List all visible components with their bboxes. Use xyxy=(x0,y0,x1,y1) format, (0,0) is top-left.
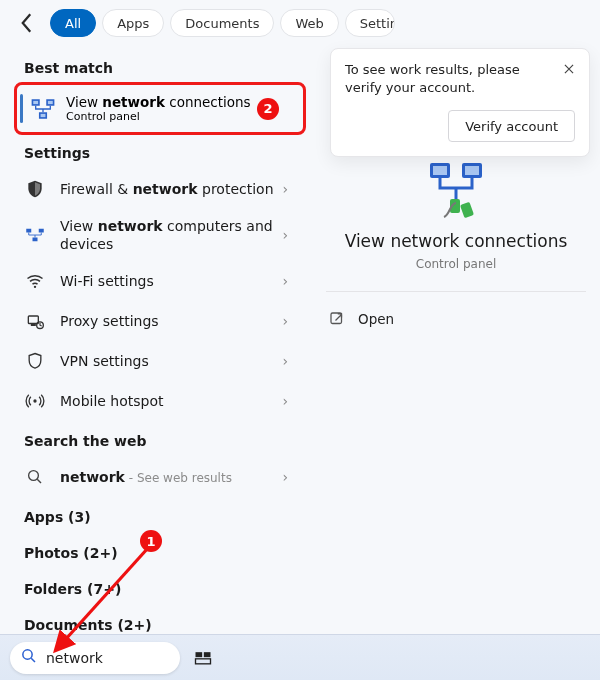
web-search-title: network - See web results xyxy=(60,468,276,487)
network-connections-icon xyxy=(30,96,56,122)
chevron-right-icon: › xyxy=(276,227,288,243)
results-columns: Best match View network connections Cont… xyxy=(0,42,600,656)
chevron-right-icon: › xyxy=(276,273,288,289)
shield-icon xyxy=(24,178,46,200)
group-folders[interactable]: Folders (7+) xyxy=(0,569,312,605)
wifi-icon xyxy=(24,270,46,292)
chevron-right-icon: › xyxy=(276,469,288,485)
hotspot-icon xyxy=(24,390,46,412)
settings-item-proxy[interactable]: Proxy settings › xyxy=(0,301,312,341)
notice-text: To see work results, please verify your … xyxy=(345,61,575,96)
close-icon xyxy=(562,62,576,76)
heading-settings: Settings xyxy=(0,133,312,169)
best-match-title: View network connections xyxy=(66,94,251,110)
settings-item-title: View network computers and devices xyxy=(60,217,276,253)
network-pc-icon xyxy=(24,224,46,246)
group-apps[interactable]: Apps (3) xyxy=(0,497,312,533)
work-notice-card: To see work results, please verify your … xyxy=(330,48,590,157)
svg-point-9 xyxy=(34,286,36,288)
svg-rect-3 xyxy=(48,100,53,103)
preview-content: View network connections Control panel O… xyxy=(322,145,590,338)
taskbar-search[interactable] xyxy=(10,642,180,674)
settings-item-title: VPN settings xyxy=(60,352,276,370)
heading-search-web: Search the web xyxy=(0,421,312,457)
results-left-pane: Best match View network connections Cont… xyxy=(0,42,312,656)
svg-rect-5 xyxy=(41,113,46,116)
svg-rect-10 xyxy=(28,316,38,324)
svg-rect-20 xyxy=(460,202,474,219)
selection-accent xyxy=(20,94,23,123)
settings-item-hotspot[interactable]: Mobile hotspot › xyxy=(0,381,312,421)
svg-rect-24 xyxy=(204,652,211,657)
search-icon xyxy=(24,466,46,488)
vpn-shield-icon xyxy=(24,350,46,372)
taskbar-search-input[interactable] xyxy=(46,650,166,666)
taskbar xyxy=(0,634,600,680)
open-action[interactable]: Open xyxy=(322,300,590,338)
group-photos[interactable]: Photos (2+) xyxy=(0,533,312,569)
settings-item-view-computers[interactable]: View network computers and devices › xyxy=(0,209,312,261)
chevron-right-icon: › xyxy=(276,313,288,329)
task-view-icon[interactable] xyxy=(190,645,216,671)
settings-item-title: Proxy settings xyxy=(60,312,276,330)
arrow-left-icon xyxy=(14,8,44,38)
settings-item-wifi[interactable]: Wi-Fi settings › xyxy=(0,261,312,301)
filter-tab-settings[interactable]: Settings xyxy=(345,9,395,37)
open-external-icon xyxy=(328,310,346,328)
svg-rect-18 xyxy=(465,166,479,175)
preview-title: View network connections xyxy=(322,231,590,251)
svg-rect-1 xyxy=(33,100,38,103)
verify-account-button[interactable]: Verify account xyxy=(448,110,575,142)
preview-pane: To see work results, please verify your … xyxy=(312,42,600,656)
preview-subtitle: Control panel xyxy=(322,257,590,271)
svg-rect-16 xyxy=(433,166,447,175)
annotation-badge-2: 2 xyxy=(257,98,279,120)
svg-rect-11 xyxy=(31,324,36,327)
filter-tab-all[interactable]: All xyxy=(50,9,96,37)
svg-rect-21 xyxy=(331,313,342,324)
svg-rect-25 xyxy=(196,658,211,663)
settings-item-title: Mobile hotspot xyxy=(60,392,276,410)
close-button[interactable] xyxy=(559,59,579,79)
web-search-item[interactable]: network - See web results › xyxy=(0,457,312,497)
settings-item-firewall[interactable]: Firewall & network protection › xyxy=(0,169,312,209)
svg-rect-7 xyxy=(39,229,44,233)
search-icon xyxy=(20,647,38,669)
filter-tab-documents[interactable]: Documents xyxy=(170,9,274,37)
best-match-item[interactable]: View network connections Control panel 2 xyxy=(0,84,312,133)
svg-rect-8 xyxy=(33,238,38,242)
best-match-body: View network connections Control panel xyxy=(66,94,251,123)
preview-app-icon xyxy=(424,157,488,221)
filter-tab-web[interactable]: Web xyxy=(280,9,338,37)
filter-bar: All Apps Documents Web Settings xyxy=(0,0,600,42)
chevron-right-icon: › xyxy=(276,393,288,409)
svg-rect-23 xyxy=(196,652,203,657)
back-button[interactable] xyxy=(14,8,44,38)
heading-best-match: Best match xyxy=(0,48,312,84)
proxy-icon xyxy=(24,310,46,332)
settings-item-vpn[interactable]: VPN settings › xyxy=(0,341,312,381)
settings-item-title: Firewall & network protection xyxy=(60,180,276,198)
chevron-right-icon: › xyxy=(276,353,288,369)
svg-point-14 xyxy=(29,471,39,481)
chevron-right-icon: › xyxy=(276,181,288,197)
svg-point-13 xyxy=(33,400,36,403)
open-label: Open xyxy=(358,311,394,327)
filter-tab-apps[interactable]: Apps xyxy=(102,9,164,37)
divider xyxy=(326,291,586,292)
svg-point-22 xyxy=(23,649,32,658)
best-match-subtitle: Control panel xyxy=(66,110,251,123)
group-documents[interactable]: Documents (2+) xyxy=(0,605,312,635)
svg-rect-6 xyxy=(26,229,31,233)
settings-item-title: Wi-Fi settings xyxy=(60,272,276,290)
